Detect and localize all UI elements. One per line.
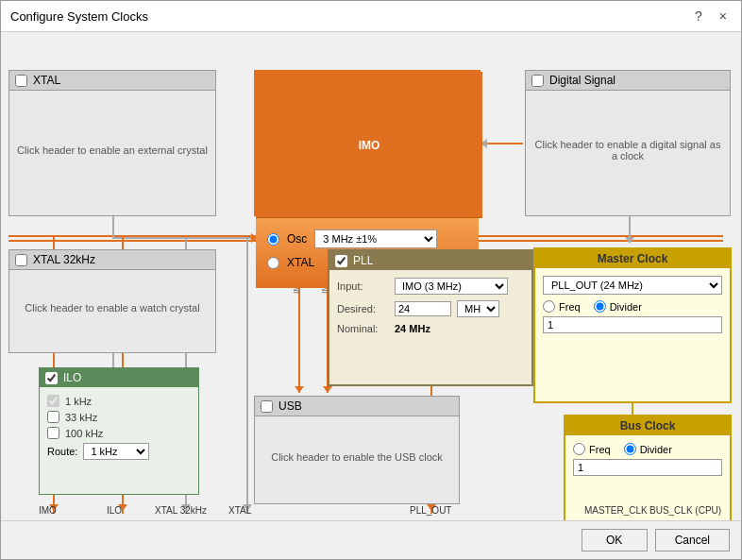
digital-checkbox[interactable]	[531, 75, 544, 87]
ilo-100khz-checkbox[interactable]	[47, 427, 59, 439]
imo-xtal-radio[interactable]	[267, 257, 279, 269]
imo-header[interactable]: IMO	[256, 72, 482, 218]
ilo-route-label: Route:	[47, 446, 77, 457]
ilo-checkbox[interactable]	[45, 372, 58, 384]
pll-desired-input[interactable]	[395, 301, 451, 316]
imo-osc-radio[interactable]	[267, 233, 279, 246]
dialog-footer: OK Cancel	[1, 520, 741, 559]
imo2-arrow	[323, 386, 332, 393]
pll-desired-row: Desired: MHz	[337, 300, 524, 317]
ilo-1khz-label: 1 kHz	[65, 396, 92, 407]
ilo-33khz-label: 33 kHz	[65, 412, 97, 423]
xtal-bus-hline	[112, 237, 254, 239]
imo-osc-row: Osc 3 MHz ±1%	[267, 229, 467, 248]
usb-body: Click header to enable the USB clock	[255, 416, 459, 497]
pll-title: PLL	[353, 254, 373, 267]
xtal-block: XTAL Click header to enable an external …	[8, 70, 216, 216]
ilo-1khz-option: 1 kHz	[47, 395, 191, 407]
bus-freq-option: Freq	[573, 443, 611, 455]
digital-block: Digital Signal Click header to enable a …	[525, 70, 731, 216]
usb-title: USB	[278, 399, 302, 413]
title-bar-buttons: ? ×	[690, 7, 732, 25]
usb-block: USB Click header to enable the USB clock	[254, 396, 460, 504]
close-button[interactable]: ×	[715, 7, 732, 25]
xtal-bottom-vline	[246, 237, 248, 514]
digital-arrow	[625, 237, 634, 244]
master-radio-row: Freq Divider	[543, 300, 722, 313]
xtal32-block: XTAL 32kHz Click header to enable a watc…	[8, 249, 216, 353]
bus-divider-option: Divider	[624, 443, 672, 455]
imo-xtal-label: XTAL	[287, 256, 314, 269]
pll-nominal-row: Nominal: 24 MHz	[337, 323, 524, 334]
main-content: IMO×1 IMO×2 XTAL Click header to enable …	[1, 32, 741, 520]
bus-radio-row: Freq Divider	[573, 443, 722, 455]
pll-block: PLL Input: IMO (3 MHz) Desired: MHz	[328, 249, 533, 386]
xtal32-header[interactable]: XTAL 32kHz	[9, 250, 215, 270]
master-clock-value-input[interactable]	[543, 316, 722, 333]
pllout-bottom-label: PLL_OUT	[410, 505, 451, 516]
xtal-body: Click header to enable an external cryst…	[9, 91, 215, 209]
bus-clock-body: Freq Divider	[565, 435, 730, 484]
xtal-checkbox[interactable]	[15, 75, 27, 87]
dialog-title: Configure System Clocks	[10, 9, 148, 24]
master-clock-body: PLL_OUT (24 MHz) Freq Divider	[535, 268, 730, 341]
master-divider-label: Divider	[610, 301, 642, 313]
ok-button[interactable]: OK	[582, 529, 648, 552]
imo-title: IMO	[359, 139, 380, 152]
master-divider-option: Divider	[594, 300, 642, 313]
master-clk-bottom-label: MASTER_CLK	[584, 505, 648, 516]
pll-input-label: Input:	[337, 280, 389, 292]
ilo-bottom-label: ILO	[107, 505, 122, 516]
help-button[interactable]: ?	[690, 7, 707, 25]
usb-header[interactable]: USB	[255, 397, 459, 416]
configure-system-clocks-dialog: Configure System Clocks ? ×	[0, 0, 742, 560]
master-freq-option: Freq	[543, 300, 581, 313]
bus-freq-radio[interactable]	[573, 443, 585, 455]
cancel-button[interactable]: Cancel	[655, 529, 730, 552]
xtal-bottom-label: XTAL	[228, 505, 251, 516]
bus-clock-title: Bus Clock	[620, 419, 676, 433]
ilo-33khz-checkbox[interactable]	[47, 411, 59, 423]
bus-divider-label: Divider	[640, 444, 672, 455]
imo-osc-label: Osc	[287, 232, 307, 246]
xtal32-checkbox[interactable]	[15, 254, 27, 266]
imo-bottom-label: IMO	[39, 505, 57, 516]
xtal32-title: XTAL 32kHz	[33, 253, 95, 266]
pll-desired-label: Desired:	[337, 303, 389, 314]
imo1-arrow	[295, 386, 304, 393]
xtal32-bottom-label: XTAL 32kHz	[155, 505, 207, 516]
ilo-route-select[interactable]: 1 kHz	[83, 443, 149, 460]
master-clock-header: Master Clock	[535, 249, 730, 268]
master-clock-select[interactable]: PLL_OUT (24 MHz)	[543, 276, 722, 295]
digital-header[interactable]: Digital Signal	[526, 71, 730, 91]
imo-block: IMO Osc 3 MHz ±1% XTAL Digital Signal	[254, 70, 481, 216]
bus-clk-bottom-label: BUS_CLK (CPU)	[649, 505, 721, 516]
title-bar: Configure System Clocks ? ×	[1, 1, 741, 32]
ilo-33khz-option: 33 kHz	[47, 411, 191, 423]
pll-input-select[interactable]: IMO (3 MHz)	[395, 278, 508, 295]
pll-header[interactable]: PLL	[329, 251, 531, 270]
master-clock-title: Master Clock	[598, 252, 668, 265]
bus-freq-label: Freq	[589, 444, 611, 455]
digital-title: Digital Signal	[549, 74, 616, 87]
pll-input-row: Input: IMO (3 MHz)	[337, 278, 524, 295]
pll-checkbox[interactable]	[335, 255, 347, 267]
usb-checkbox[interactable]	[261, 400, 273, 413]
ilo-block: ILO 1 kHz 33 kHz 100 kHz Route:	[39, 367, 199, 495]
xtal32-body: Click header to enable a watch crystal	[9, 270, 215, 346]
bus-clock-value-input[interactable]	[573, 459, 722, 476]
pll-unit-select[interactable]: MHz	[457, 300, 499, 317]
master-freq-radio[interactable]	[543, 300, 555, 313]
master-freq-label: Freq	[559, 301, 581, 313]
pll-nominal-value: 24 MHz	[395, 323, 430, 334]
digital-body: Click header to enable a digital signal …	[526, 91, 730, 209]
imo-osc-select[interactable]: 3 MHz ±1%	[314, 229, 437, 248]
bus-clock-header: Bus Clock	[565, 416, 730, 435]
ilo-100khz-label: 100 kHz	[65, 428, 103, 439]
master-clock-block: Master Clock PLL_OUT (24 MHz) Freq Divid…	[533, 247, 732, 403]
xtal-header[interactable]: XTAL	[9, 71, 215, 91]
ilo-header[interactable]: ILO	[40, 368, 198, 387]
master-divider-radio[interactable]	[594, 300, 606, 313]
bus-divider-radio[interactable]	[624, 443, 636, 455]
ilo-1khz-checkbox[interactable]	[47, 395, 59, 407]
